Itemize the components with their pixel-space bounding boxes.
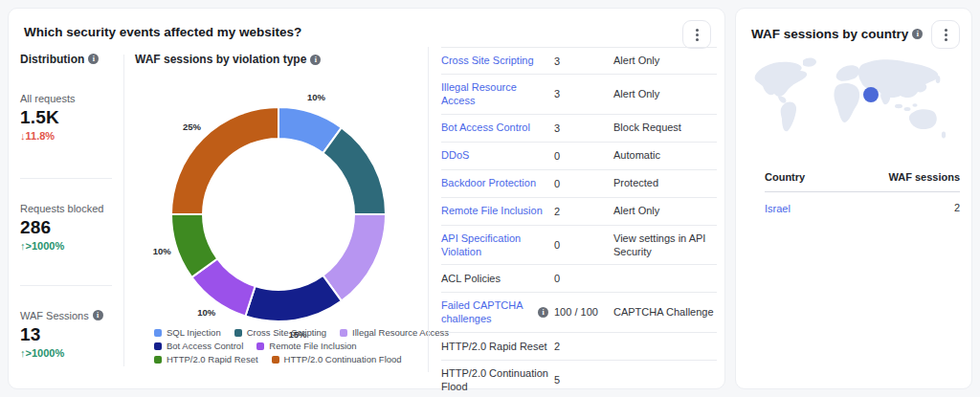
violation-action: Automatic: [613, 148, 717, 162]
info-icon[interactable]: [538, 307, 548, 318]
donut-percent-label: 10%: [153, 246, 172, 256]
legend-row: Bot Access ControlRemote File Inclusion: [154, 341, 434, 351]
violation-row-bot-access-control: Bot Access Control3Block Request: [441, 115, 717, 143]
violation-row-http-2-0-rapid-reset: HTTP/2.0 Rapid Reset2: [441, 333, 717, 361]
violation-name-link[interactable]: Backdoor Protection: [441, 176, 536, 189]
violation-count: 2: [554, 206, 613, 217]
metric-value: 1.5K: [20, 107, 122, 128]
violation-name: HTTP/2.0 Continuation Flood: [441, 366, 548, 394]
column-header-country: Country: [765, 171, 805, 183]
violation-action: View settings in API Security: [613, 232, 717, 259]
country-link[interactable]: Israel: [765, 202, 791, 215]
metric-requests-blocked: Requests blocked 286 ↑>1000%: [20, 203, 122, 252]
violation-name-cell: Bot Access Control: [441, 121, 554, 134]
legend-swatch: [154, 329, 162, 337]
violation-action: Alert Only: [613, 204, 717, 217]
violation-count: 0: [554, 239, 613, 251]
legend-item-http-2-0-rapid-reset: HTTP/2.0 Rapid Reset: [154, 354, 258, 364]
metric-waf-sessions: WAF Sessions 13 ↑>1000%: [20, 310, 122, 359]
security-events-card: Which security events affected my websit…: [8, 8, 725, 389]
waf-sessions-by-country-card: WAF sessions by country: [735, 8, 972, 389]
card-menu-button[interactable]: [682, 20, 711, 49]
kebab-menu-icon: [696, 33, 699, 36]
donut-percent-label: 10%: [197, 307, 216, 318]
violation-count: 3: [554, 55, 613, 67]
donut-chart-legend: SQL InjectionCross Site ScriptingIllegal…: [154, 327, 434, 364]
legend-swatch: [340, 329, 347, 337]
violation-row-cross-site-scripting: Cross Site Scripting3Alert Only: [441, 47, 717, 75]
violation-name-cell: ACL Policies: [441, 272, 554, 285]
country-sessions-value: 2: [954, 202, 960, 215]
metric-delta: ↑>1000%: [20, 347, 122, 359]
legend-item-illegal-resource-access: Illegal Resource Access: [340, 327, 449, 338]
metric-label: Requests blocked: [20, 203, 122, 214]
legend-swatch: [256, 342, 264, 350]
legend-item-bot-access-control: Bot Access Control: [154, 341, 243, 351]
metric-all-requests: All requests 1.5K ↓11.8%: [20, 93, 122, 142]
violation-action: Protected: [613, 176, 717, 189]
country-table-body: Israel2: [765, 192, 960, 215]
divider: [20, 178, 112, 179]
legend-label: Bot Access Control: [167, 341, 243, 351]
legend-swatch: [154, 356, 162, 364]
legend-label: HTTP/2.0 Rapid Reset: [167, 354, 258, 364]
legend-label: Cross Site Scripting: [247, 327, 326, 338]
donut-percent-label: 25%: [183, 121, 202, 132]
metric-label: All requests: [20, 93, 122, 104]
violation-count: 2: [554, 341, 613, 352]
donut-slice-bot-access-control[interactable]: [245, 276, 341, 321]
violation-name: ACL Policies: [441, 272, 501, 285]
metric-label: WAF Sessions: [20, 310, 122, 321]
violation-name-cell: HTTP/2.0 Continuation Flood: [441, 366, 554, 394]
info-icon[interactable]: [93, 310, 103, 320]
violation-name-link[interactable]: Remote File Inclusion: [441, 204, 543, 217]
legend-item-cross-site-scripting: Cross Site Scripting: [234, 327, 326, 338]
violation-name-cell: Remote File Inclusion: [441, 204, 554, 217]
legend-row: SQL InjectionCross Site ScriptingIllegal…: [154, 327, 434, 338]
legend-item-remote-file-inclusion: Remote File Inclusion: [256, 341, 356, 351]
donut-chart-header: WAF sessions by violation type: [135, 53, 321, 66]
info-icon[interactable]: [88, 54, 99, 64]
violation-row-ddos: DDoS0Automatic: [441, 143, 717, 170]
violation-row-backdoor-protection: Backdoor Protection0Protected: [441, 170, 717, 198]
violation-name-link[interactable]: Cross Site Scripting: [441, 54, 534, 67]
violation-name-link[interactable]: Bot Access Control: [441, 121, 530, 134]
column-header-waf-sessions: WAF sessions: [888, 171, 960, 183]
violation-count: 0: [554, 273, 613, 284]
legend-row: HTTP/2.0 Rapid ResetHTTP/2.0 Continuatio…: [154, 354, 434, 364]
country-table: Country WAF sessions Israel2: [765, 171, 960, 215]
violation-row-api-specification-violation: API Specification Violation0View setting…: [441, 226, 717, 266]
legend-item-http-2-0-continuation-flood: HTTP/2.0 Continuation Flood: [272, 354, 402, 364]
violation-count: 3: [554, 88, 613, 99]
legend-label: SQL Injection: [167, 327, 221, 338]
card-menu-button[interactable]: [931, 20, 960, 49]
legend-swatch: [272, 356, 279, 364]
info-icon[interactable]: [912, 29, 923, 39]
violation-count: 5: [554, 374, 613, 386]
violation-name-cell: Failed CAPTCHA challenges: [441, 298, 554, 326]
legend-swatch: [234, 329, 242, 337]
legend-label: HTTP/2.0 Continuation Flood: [284, 354, 402, 364]
card-title: WAF sessions by country: [751, 27, 923, 41]
violation-name-link[interactable]: DDoS: [441, 148, 469, 162]
violations-table: Cross Site Scripting3Alert OnlyIllegal R…: [441, 47, 717, 397]
violation-action: Alert Only: [613, 87, 717, 100]
world-map-continents: [755, 58, 947, 139]
violation-name-link[interactable]: Failed CAPTCHA challenges: [441, 298, 534, 326]
violation-name-cell: DDoS: [441, 148, 554, 162]
distribution-header: Distribution: [20, 53, 99, 66]
divider: [20, 285, 112, 286]
country-map-dot[interactable]: [863, 87, 879, 102]
violation-row-acl-policies: ACL Policies0: [441, 265, 717, 293]
info-icon[interactable]: [310, 55, 321, 65]
violation-action: Alert Only: [613, 54, 717, 67]
violation-count: 0: [554, 178, 613, 189]
violation-row-http-2-0-continuation-flood: HTTP/2.0 Continuation Flood5: [441, 361, 717, 397]
world-map: [749, 55, 960, 160]
violation-name-link[interactable]: API Specification Violation: [441, 232, 548, 259]
violation-name-link[interactable]: Illegal Resource Access: [441, 80, 548, 108]
donut-slice-cross-site-scripting[interactable]: [323, 127, 386, 214]
violation-name-cell: Backdoor Protection: [441, 176, 554, 189]
violation-name: HTTP/2.0 Rapid Reset: [441, 340, 547, 353]
violation-row-illegal-resource-access: Illegal Resource Access3Alert Only: [441, 75, 717, 115]
